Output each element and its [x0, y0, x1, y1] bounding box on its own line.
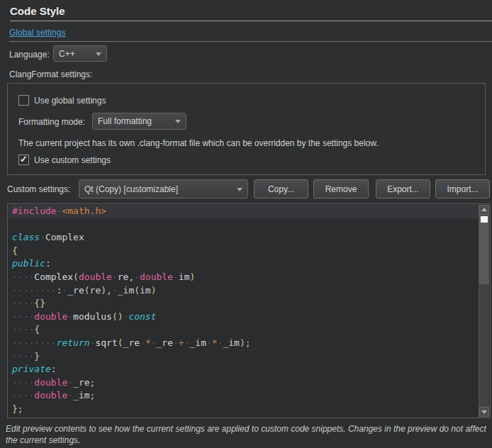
language-select-value: C++	[59, 49, 75, 59]
custom-settings-label: Custom settings:	[7, 184, 70, 194]
code-line: ····double·modulus()·const	[9, 310, 479, 324]
global-settings-link[interactable]: Global settings	[9, 28, 65, 38]
formatting-mode-select[interactable]: Full formatting	[92, 113, 186, 130]
code-lines: #include·<math.h> class·Complex{public:·…	[9, 205, 479, 417]
code-line: ····{}	[9, 297, 479, 310]
code-preview-editor[interactable]: #include·<math.h> class·Complex{public:·…	[7, 203, 491, 418]
code-line: ····}	[9, 350, 479, 364]
clangformat-info-text: The current project has its own .clang-f…	[18, 138, 379, 148]
clangformat-groupbox: Use global settings Formatting mode: Ful…	[7, 83, 486, 175]
remove-button[interactable]: Remove	[313, 179, 369, 198]
code-line: ····double·_im;	[9, 389, 479, 403]
custom-settings-value: Qt (Copy) [customizable]	[84, 184, 178, 194]
copy-button[interactable]: Copy...	[254, 179, 308, 198]
clangformat-settings-label: ClangFormat settings:	[9, 69, 92, 79]
chevron-down-icon	[96, 52, 101, 56]
custom-settings-buttons: Copy...RemoveExport...Import...	[254, 179, 490, 198]
export-button[interactable]: Export...	[376, 179, 430, 198]
use-custom-settings-label: Use custom settings	[34, 155, 111, 165]
scroll-down-button[interactable]	[479, 407, 489, 417]
page-title: Code Style	[10, 5, 65, 17]
code-style-settings-page: Code Style Global settings Language: C++…	[0, 0, 492, 448]
preview-note: Edit preview contents to see how the cur…	[6, 423, 488, 446]
vertical-scrollbar[interactable]	[479, 205, 489, 417]
title-separator	[10, 21, 492, 21]
formatting-mode-label: Formatting mode:	[18, 117, 85, 127]
triangle-up-icon	[481, 208, 487, 211]
chevron-down-icon	[237, 188, 242, 191]
custom-settings-select[interactable]: Qt (Copy) [customizable]	[79, 179, 248, 198]
language-select[interactable]: C++	[53, 45, 107, 62]
code-line: ····Complex(double·re,·double·im)	[9, 271, 479, 284]
section-separator	[9, 41, 492, 42]
use-global-settings-checkbox[interactable]	[18, 95, 29, 106]
import-button[interactable]: Import...	[435, 179, 490, 198]
code-line: {	[9, 245, 479, 258]
use-custom-settings-checkbox[interactable]	[18, 155, 29, 165]
code-line: };	[9, 403, 479, 416]
formatting-mode-value: Full formatting	[98, 116, 152, 126]
code-line: #include·<math.h>	[9, 205, 479, 218]
triangle-down-icon	[481, 410, 487, 414]
scrollbar-thumb[interactable]	[479, 215, 489, 284]
code-line: private:	[9, 363, 479, 376]
code-line: ····{	[9, 323, 479, 337]
code-line: public:	[9, 257, 479, 271]
code-line: ········:·_re(re),·_im(im)	[9, 284, 479, 298]
code-line: ········return·sqrt(_re·*·_re·+·_im·*·_i…	[9, 337, 479, 350]
code-line	[9, 218, 479, 232]
code-line: class·Complex	[9, 231, 479, 245]
chevron-down-icon	[175, 120, 181, 123]
language-label: Language:	[9, 50, 50, 60]
use-global-settings-label: Use global settings	[34, 96, 106, 106]
code-line: ····double·_re;	[9, 376, 479, 390]
scrollbar-position-marker	[481, 216, 488, 223]
scroll-up-button[interactable]	[479, 205, 489, 215]
